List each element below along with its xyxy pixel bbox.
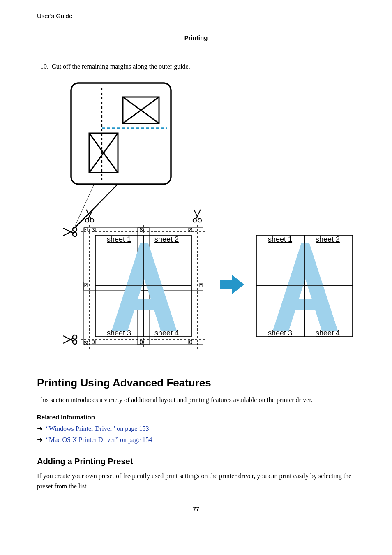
figure-diagram: sheet 1 sheet 2 sheet 3 sheet 4 sheet 1	[37, 80, 355, 355]
svg-point-54	[90, 219, 94, 222]
svg-line-63	[63, 228, 73, 233]
heading-adding-preset: Adding a Printing Preset	[37, 457, 355, 466]
step-number: 10.	[37, 62, 48, 72]
svg-line-60	[194, 210, 198, 219]
preset-paragraph: If you create your own preset of frequen…	[37, 471, 355, 492]
arrow-icon: ➜	[37, 423, 44, 434]
svg-line-67	[63, 336, 73, 341]
svg-line-59	[196, 210, 201, 219]
header-guide: User's Guide	[37, 12, 355, 19]
svg-point-57	[193, 219, 196, 222]
svg-line-64	[63, 231, 73, 236]
header-section: Printing	[37, 34, 355, 41]
related-link-windows[interactable]: “Windows Printer Driver” on page 153	[46, 425, 149, 432]
page-number: 77	[37, 506, 355, 512]
fig-sheet3-r: sheet 3	[268, 329, 292, 337]
fig-sheet1-r: sheet 1	[268, 235, 292, 243]
fig-sheet1-l: sheet 1	[107, 235, 131, 243]
related-information-heading: Related Information	[37, 414, 355, 421]
arrow-icon: ➜	[37, 434, 44, 445]
fig-sheet4-l: sheet 4	[154, 329, 179, 337]
related-information-list: ➜ “Windows Printer Driver” on page 153 ➜…	[37, 423, 355, 445]
fig-sheet2-l: sheet 2	[154, 235, 179, 243]
fig-sheet4-r: sheet 4	[316, 329, 340, 337]
fig-sheet3-l: sheet 3	[107, 329, 131, 337]
related-item: ➜ “Windows Printer Driver” on page 153	[37, 423, 355, 434]
svg-point-61	[73, 232, 77, 236]
step-text: Cut off the remaining margins along the …	[52, 63, 190, 70]
svg-point-58	[198, 219, 201, 222]
heading-advanced-features: Printing Using Advanced Features	[37, 377, 355, 389]
svg-point-65	[73, 340, 77, 344]
svg-point-66	[73, 335, 77, 339]
svg-point-53	[85, 219, 89, 222]
svg-line-68	[63, 338, 73, 343]
related-link-macosx[interactable]: “Mac OS X Printer Driver” on page 154	[46, 436, 152, 443]
fig-sheet2-r: sheet 2	[316, 235, 340, 243]
intro-paragraph: This section introduces a variety of add…	[37, 395, 355, 405]
step-line: 10.Cut off the remaining margins along t…	[37, 62, 355, 72]
related-item: ➜ “Mac OS X Printer Driver” on page 154	[37, 434, 355, 445]
